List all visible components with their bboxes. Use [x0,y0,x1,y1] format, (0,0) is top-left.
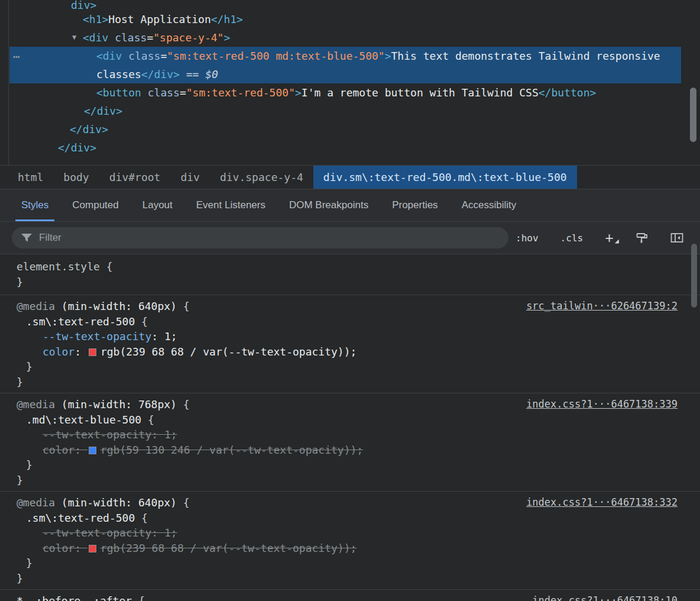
breadcrumb: htmlbodydiv#rootdivdiv.space-y-4div.sm\:… [0,165,700,189]
code-token: : [151,330,164,342]
code-token: color [43,542,74,554]
breadcrumb-item[interactable]: div#root [99,166,171,189]
style-rules-list: element.style {}@media (min-width: 640px… [0,254,700,601]
code-token: --tw-text-opacity [43,526,151,539]
style-rule-line[interactable]: element.style { [0,259,700,274]
style-rule-line[interactable]: } [0,571,700,586]
breadcrumb-item[interactable]: div.sm\:text-red-500.md\:text-blue-500 [313,166,577,189]
code-token: } [26,557,33,569]
tab-accessibility[interactable]: Accessibility [450,189,529,221]
style-rule-line[interactable]: } [0,457,700,473]
code-token: { [106,260,113,273]
code-token: : [74,345,88,358]
breadcrumb-item[interactable]: div [170,166,210,189]
node-overflow-dots-icon[interactable]: ⋯ [13,47,20,65]
code-token: > [223,31,230,44]
style-rule-section: @media (min-width: 768px) {index.css?1··… [0,393,700,492]
color-swatch[interactable] [89,447,96,454]
style-rule-line[interactable]: color: rgb(59 130 246 / var(--tw-text-op… [0,442,700,458]
breadcrumb-item[interactable]: body [53,166,99,189]
toggle-element-state-button[interactable]: :hov [516,232,539,244]
code-token: = [180,86,186,99]
code-token: } [26,360,33,373]
sidebar-panel-icon [670,232,683,243]
code-token: } [17,474,23,486]
style-rule-line[interactable]: @media (min-width: 768px) {index.css?1··… [0,397,700,412]
style-rule-line[interactable]: } [0,274,700,290]
tree-node[interactable]: div> [9,0,681,10]
tree-node[interactable]: </div> [9,102,681,120]
code-token: @media [17,300,61,312]
style-rule-line[interactable]: .sm\:text-red-500 { [0,510,700,526]
style-rule-line[interactable]: .md\:text-blue-500 { [0,412,700,428]
style-rule-line[interactable]: .sm\:text-red-500 { [0,314,700,329]
tab-styles[interactable]: Styles [9,189,60,221]
tree-node[interactable]: <button class="sm:text-red-500">I'm a re… [9,83,681,102]
style-rule-line[interactable]: } [0,374,700,390]
style-rule-line[interactable]: *, :before, :after {index.css?1···646713… [0,593,700,601]
new-style-rule-button[interactable]: + [605,231,614,245]
stylesheet-source-link[interactable]: index.css?1···6467138:10 [532,593,678,601]
style-rule-line[interactable]: --tw-text-opacity: 1; [0,525,700,541]
tree-node[interactable]: ▼<div class="space-y-4"> [9,28,681,47]
style-rule-line[interactable]: } [0,473,700,488]
styles-toolbar-buttons: :hov .cls + [508,231,688,245]
code-token: </button> [539,86,597,99]
code-token: </h1> [211,13,243,25]
code-token: "sm:text-red-500 md:text-blue-500" [167,50,384,62]
stylesheet-source-link[interactable]: src_tailwin···626467139:2 [526,299,678,314]
code-token: > [385,50,391,62]
code-token: (min-width: 768px) [61,398,183,411]
code-token: color [43,345,74,358]
code-token: .sm\:text-red-500 [26,512,141,524]
expand-arrow-icon: ▼ [72,28,83,47]
tree-node[interactable]: </div> [9,120,681,138]
style-rule-line[interactable]: @media (min-width: 640px) {src_tailwin··… [0,299,700,314]
style-rule-line[interactable]: @media (min-width: 640px) {index.css?1··… [0,495,700,510]
code-token: 1; [164,330,177,342]
code-token: I'm a remote button with Tailwind CSS [302,86,539,99]
code-token: (min-width: 640px) [61,300,183,312]
tab-computed[interactable]: Computed [60,189,130,221]
toggle-sidebar-button[interactable] [670,232,683,243]
element-classes-button[interactable]: .cls [560,232,584,244]
tree-gutter-divider [8,0,9,165]
color-swatch[interactable] [89,545,96,552]
code-token: classes [96,68,141,80]
tree-node[interactable]: </div> [9,138,681,157]
color-swatch[interactable] [89,348,96,356]
filter-placeholder: Filter [39,232,61,244]
menu-corner-icon [615,240,619,244]
style-rule-line[interactable]: --tw-text-opacity: 1; [0,329,700,344]
code-token: { [138,594,145,601]
styles-pane: element.style {}@media (min-width: 640px… [0,254,700,601]
tree-scrollbar-thumb[interactable] [690,88,696,142]
rendering-emulation-button[interactable] [636,232,649,244]
tree-node[interactable]: ⋯<div class="sm:text-red-500 md:text-blu… [9,47,681,65]
stylesheet-source-link[interactable]: index.css?1···6467138:332 [526,495,678,510]
tab-properties[interactable]: Properties [380,189,449,221]
tab-event-listeners[interactable]: Event Listeners [184,189,277,221]
style-rule-line[interactable]: --tw-text-opacity: 1; [0,427,700,442]
code-token: @media [17,496,61,509]
style-rule-line[interactable]: color: rgb(239 68 68 / var(--tw-text-opa… [0,541,700,556]
code-token: "space-y-4" [153,31,223,44]
dom-tree: div><h1>Host Application</h1>▼<div class… [0,0,700,157]
breadcrumb-item[interactable]: div.space-y-4 [210,166,313,189]
tree-node[interactable]: <h1>Host Application</h1> [9,10,681,28]
code-token: </div> [141,68,180,80]
tab-dom-breakpoints[interactable]: DOM Breakpoints [277,189,380,221]
breadcrumb-item[interactable]: html [8,166,53,189]
code-token: } [17,572,23,584]
code-token: = [147,31,153,44]
style-rule-line[interactable]: } [0,359,700,374]
style-rule-line[interactable]: } [0,555,700,571]
code-token: { [141,315,148,328]
filter-input[interactable]: Filter [12,227,508,248]
code-token: <button [96,86,148,99]
tree-node[interactable]: classes</div> == $0 [9,65,681,83]
style-rule-line[interactable]: color: rgb(239 68 68 / var(--tw-text-opa… [0,344,700,360]
stylesheet-source-link[interactable]: index.css?1···6467138:339 [526,397,678,412]
tab-layout[interactable]: Layout [131,189,184,221]
styles-scrollbar-thumb[interactable] [691,244,697,308]
